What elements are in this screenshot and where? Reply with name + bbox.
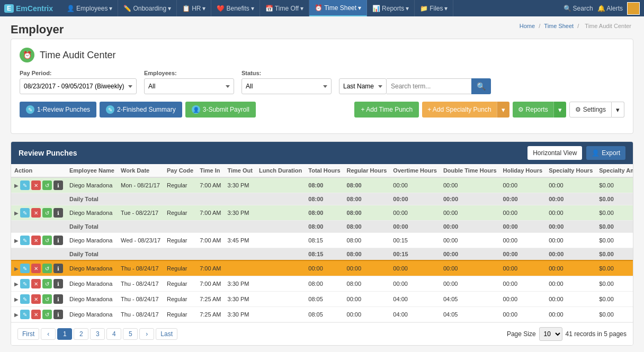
cell-name: Diego Maradona (66, 292, 118, 307)
action-info[interactable]: ℹ (53, 208, 63, 218)
table-row: ▶ ✎ ✕ ↺ ℹ Diego Maradona Tue - 08/22/17 (11, 205, 633, 221)
search-button[interactable]: 🔍 (471, 78, 491, 94)
cell-dt-total: 08:00 (305, 193, 343, 205)
action-edit[interactable]: ✎ (20, 180, 30, 190)
nav-avatar[interactable] (627, 2, 640, 15)
action-approve[interactable]: ↺ (42, 279, 52, 288)
row-expand-icon[interactable]: ▶ (14, 266, 19, 272)
cell-time-out: 3:30 PM (225, 205, 256, 221)
cell-time-out: 3:30 PM (225, 292, 256, 307)
employees-select[interactable]: All (144, 78, 234, 94)
action-delete[interactable]: ✕ (31, 264, 41, 273)
action-delete[interactable]: ✕ (31, 294, 41, 304)
action-info[interactable]: ℹ (53, 180, 63, 190)
action-edit[interactable]: ✎ (20, 236, 30, 245)
row-expand-icon[interactable]: ▶ (14, 296, 19, 302)
pagination-next[interactable]: › (139, 328, 154, 340)
pagination-last[interactable]: Last (156, 328, 177, 340)
action-edit[interactable]: ✎ (20, 208, 30, 218)
pagination-prev[interactable]: ‹ (41, 328, 56, 340)
reports-button[interactable]: ⚙ Reports (513, 102, 553, 118)
action-info[interactable]: ℹ (53, 279, 63, 288)
row-expand-icon[interactable]: ▶ (14, 183, 19, 188)
nav-reports[interactable]: 📊 Reports ▾ (367, 0, 415, 16)
action-approve[interactable]: ↺ (42, 236, 52, 245)
pagination-first[interactable]: First (17, 328, 39, 340)
row-expand-icon[interactable]: ▶ (14, 281, 19, 287)
breadcrumb-home[interactable]: Home (520, 23, 535, 29)
pagination-page-2[interactable]: 2 (74, 328, 88, 340)
action-icons: ✎ ✕ ↺ ℹ (20, 208, 63, 218)
nav-onboarding[interactable]: ✏️ Onboarding ▾ (118, 0, 177, 16)
cell-time-out: 3:30 PM (225, 276, 256, 292)
nav-time-sheet[interactable]: ⏰ Time Sheet ▾ (309, 0, 367, 16)
nav-alerts-button[interactable]: 🔔 Alerts (597, 5, 623, 12)
step2-button[interactable]: ✎ 2-Finished Summary (100, 102, 182, 118)
nav-search-button[interactable]: 🔍 Search (564, 5, 593, 12)
row-expand-icon[interactable]: ▶ (14, 238, 19, 243)
pagination-page-4[interactable]: 4 (106, 328, 121, 340)
cell-double: 00:00 (440, 260, 500, 276)
action-approve[interactable]: ↺ (42, 264, 52, 273)
action-approve[interactable]: ↺ (42, 294, 52, 304)
breadcrumb-timesheet[interactable]: Time Sheet (544, 23, 574, 29)
pay-period-select[interactable]: 08/23/2017 - 09/05/2017 (Biweekly) (20, 78, 137, 94)
action-approve[interactable]: ↺ (42, 310, 52, 319)
add-time-punch-button[interactable]: + Add Time Punch (354, 102, 419, 118)
page-size-select[interactable]: 10 25 50 (539, 327, 562, 341)
action-approve[interactable]: ↺ (42, 180, 52, 190)
add-specialty-punch-dropdown[interactable]: ▾ (497, 102, 509, 118)
pagination: First ‹ 1 2 3 4 5 › Last (17, 328, 177, 340)
section-icon: ⏰ (20, 48, 34, 62)
settings-dropdown[interactable]: ▾ (612, 102, 624, 118)
reports-dropdown[interactable]: ▾ (553, 102, 566, 118)
step1-button[interactable]: ✎ 1-Review Punches (20, 102, 96, 118)
action-delete[interactable]: ✕ (31, 236, 41, 245)
action-edit[interactable]: ✎ (20, 294, 30, 304)
action-delete[interactable]: ✕ (31, 310, 41, 319)
cell-dt-specialty: 00:00 (545, 248, 596, 261)
pagination-page-3[interactable]: 3 (90, 328, 105, 340)
cell-overtime: 04:00 (390, 292, 440, 307)
action-icons: ✎ ✕ ↺ ℹ (20, 236, 63, 245)
action-delete[interactable]: ✕ (31, 180, 41, 190)
action-edit[interactable]: ✎ (20, 264, 30, 273)
table-header-title: Review Punches (19, 149, 77, 157)
add-specialty-punch-button[interactable]: + Add Specialty Punch (422, 102, 496, 118)
cell-time-in: 7:25 AM (196, 307, 224, 322)
action-info[interactable]: ℹ (53, 310, 63, 319)
action-info[interactable]: ℹ (53, 264, 63, 273)
action-info[interactable]: ℹ (53, 294, 63, 304)
horizontal-view-button[interactable]: Horizontal View (527, 146, 582, 160)
action-approve[interactable]: ↺ (42, 208, 52, 218)
cell-dt-holiday: 00:00 (500, 248, 546, 261)
nav-files[interactable]: 📁 Files ▾ (415, 0, 453, 16)
last-name-select[interactable]: Last Name (339, 78, 387, 94)
search-input[interactable] (387, 78, 471, 94)
cell-dt-amount: $0.00 (596, 193, 633, 205)
pagination-page-1[interactable]: 1 (57, 328, 72, 340)
action-info[interactable]: ℹ (53, 236, 63, 245)
nav-employees[interactable]: 👤 Employees ▾ (61, 0, 118, 16)
settings-button[interactable]: ⚙ Settings (569, 102, 612, 118)
step3-button[interactable]: 👤 3-Submit Payroll (185, 102, 256, 118)
main-content: Employer Home / Time Sheet / Time Audit … (0, 16, 644, 352)
action-edit[interactable]: ✎ (20, 279, 30, 288)
nav-time-off[interactable]: 📅 Time Off ▾ (260, 0, 309, 16)
action-delete[interactable]: ✕ (31, 208, 41, 218)
status-select[interactable]: All (241, 78, 332, 94)
action-delete[interactable]: ✕ (31, 279, 41, 288)
nav-benefits[interactable]: ❤️ Benefits ▾ (211, 0, 260, 16)
cell-time-in: 7:00 AM (196, 177, 224, 193)
cell-date: Mon - 08/21/17 (118, 177, 164, 193)
cell-dt-label: Daily Total (66, 248, 305, 261)
app-logo[interactable]: E EmCentrix (4, 4, 53, 13)
row-expand-icon[interactable]: ▶ (14, 312, 19, 318)
cell-time-in: 7:00 AM (196, 276, 224, 292)
export-button[interactable]: 👤 Export (586, 146, 625, 160)
cell-lunch (256, 260, 305, 276)
nav-hr[interactable]: 📋 HR ▾ (177, 0, 211, 16)
row-expand-icon[interactable]: ▶ (14, 210, 19, 216)
pagination-page-5[interactable]: 5 (123, 328, 138, 340)
action-edit[interactable]: ✎ (20, 310, 30, 319)
